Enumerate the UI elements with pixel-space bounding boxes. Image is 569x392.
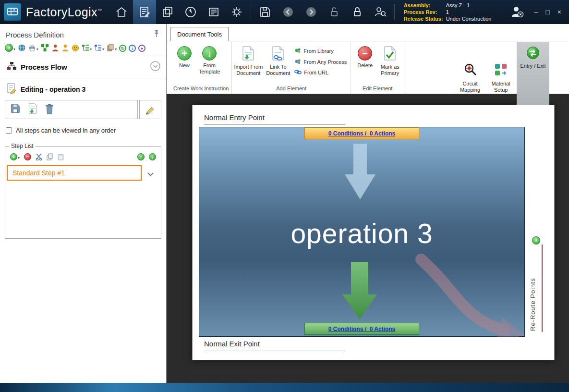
- view-any-order-checkbox[interactable]: [6, 127, 12, 134]
- titlebar-separator: [251, 4, 251, 20]
- logout-user-icon[interactable]: [506, 0, 529, 24]
- move-down-icon[interactable]: ↓: [149, 152, 156, 160]
- group-create-work-instruction: + New ↓ From Template Create Work Instru…: [170, 42, 232, 94]
- status-icon[interactable]: [72, 43, 79, 52]
- add-reroute-icon[interactable]: +: [532, 235, 540, 245]
- work-instruction-editor-icon[interactable]: [133, 0, 156, 24]
- forward-icon[interactable]: [300, 0, 323, 24]
- remove-step-icon[interactable]: −: [24, 152, 31, 160]
- view-any-order-label: All steps can be viewed in any order: [16, 127, 116, 134]
- delete-icon: −: [358, 46, 372, 61]
- ribbon-tabstrip: Document Tools: [167, 24, 569, 41]
- add-step-icon[interactable]: +▾: [10, 152, 20, 160]
- help-icon[interactable]: ●: [138, 43, 145, 52]
- bottom-window-strip: [0, 383, 569, 392]
- app-title: FactoryLogix™: [26, 5, 102, 19]
- circuit-mapping-icon: [463, 62, 477, 78]
- settings-gear-icon[interactable]: [225, 0, 248, 24]
- entry-flow-arrow: [345, 144, 375, 199]
- import-step-icon[interactable]: [27, 103, 38, 116]
- batch-records-icon[interactable]: [156, 0, 179, 24]
- step-item-expander[interactable]: [142, 171, 159, 175]
- print-icon[interactable]: ▾: [28, 43, 38, 52]
- documents-icon[interactable]: ▾: [107, 43, 117, 52]
- import-from-document-button[interactable]: Import From Document: [234, 42, 263, 76]
- exit-conditions-link[interactable]: 0 Conditions / 0 Actions: [304, 323, 419, 335]
- save-icon[interactable]: [254, 0, 277, 24]
- process-definition-panel: Process Definition +▾ ▾ ▾ ▾ ▾ ↻ i ● Proc…: [0, 24, 167, 383]
- edit-pencil-button[interactable]: [139, 100, 161, 119]
- minimize-button[interactable]: –: [534, 8, 538, 16]
- from-url-button[interactable]: From URL: [294, 69, 347, 76]
- close-button[interactable]: ×: [557, 8, 561, 16]
- history-icon[interactable]: ↻: [119, 43, 126, 52]
- step-item-standard-step-1[interactable]: Standard Step #1: [7, 165, 142, 181]
- maximize-button[interactable]: □: [545, 8, 549, 16]
- mark-as-primary-icon: [384, 46, 396, 62]
- reroute-flow-arrow: [421, 259, 504, 330]
- navigation-compass-icon[interactable]: [179, 0, 202, 24]
- step-list-title: Step List: [9, 143, 36, 149]
- group-label: Add Element: [234, 84, 349, 94]
- operator-icon[interactable]: [51, 43, 59, 52]
- tab-document-tools[interactable]: Document Tools: [170, 27, 229, 41]
- back-icon[interactable]: [277, 0, 300, 24]
- operation-node[interactable]: 0 Conditions / 0 Actions operation 3 0 C…: [199, 127, 525, 337]
- step-list: Step List +▾ − ↑ ↓ Standard Step #1: [5, 143, 161, 239]
- operation-title: operation 3: [199, 218, 524, 249]
- globe-icon[interactable]: [18, 43, 26, 52]
- from-url-icon: [294, 69, 302, 76]
- assembly-info: Assembly:Assy Z - 1 Process Rev:1 Releas…: [404, 2, 492, 22]
- new-button[interactable]: + New: [172, 42, 196, 69]
- entry-exit-button[interactable]: Entry / Exit: [517, 42, 549, 105]
- normal-exit-point-label: Normal Exit Point: [204, 340, 260, 348]
- window-controls: – □ ×: [534, 8, 561, 16]
- info-icon[interactable]: i: [129, 43, 136, 52]
- engineer-icon[interactable]: [61, 43, 69, 52]
- save-step-icon[interactable]: [10, 103, 21, 116]
- tree-import-icon[interactable]: ▾: [94, 43, 104, 52]
- from-any-process-icon: [294, 58, 301, 66]
- paste-icon[interactable]: [58, 152, 64, 160]
- cut-icon[interactable]: [36, 152, 42, 160]
- delete-step-icon[interactable]: [44, 103, 55, 116]
- circuit-mapping-button[interactable]: Circuit Mapping: [455, 62, 485, 93]
- assembly-value: Assy Z - 1: [446, 2, 470, 9]
- workflow-icon[interactable]: [41, 43, 49, 52]
- process-flow-icon: [7, 61, 16, 73]
- entry-underline: [204, 124, 345, 125]
- editing-doc-icon: [7, 83, 16, 95]
- document-canvas: Normal Entry Point 0 Conditions / 0 Acti…: [167, 94, 569, 383]
- normal-entry-point-label: Normal Entry Point: [204, 113, 265, 122]
- reroute-points-label: Re-Route Points: [529, 245, 536, 331]
- editing-row: Editing - operation 3: [0, 78, 166, 99]
- from-any-process-button[interactable]: From Any Process: [294, 58, 347, 66]
- factorylogix-logo-icon: [4, 3, 21, 21]
- move-up-icon[interactable]: ↑: [137, 152, 145, 160]
- entry-exit-icon: [526, 46, 540, 61]
- add-element-links: From Library From Any Process From URL: [293, 42, 349, 76]
- pin-icon[interactable]: [153, 30, 160, 39]
- copy-icon[interactable]: [47, 152, 53, 160]
- tree-export-icon[interactable]: ▾: [82, 43, 92, 52]
- material-setup-button[interactable]: Material Setup: [486, 62, 516, 93]
- titlebar: FactoryLogix™: [0, 0, 569, 24]
- from-template-icon: ↓: [202, 46, 217, 61]
- process-flow-expander[interactable]: [150, 61, 160, 73]
- process-flow-row: Process Flow: [0, 56, 166, 78]
- unlock-icon[interactable]: [323, 0, 346, 24]
- release-status-value: Under Construction: [446, 15, 492, 22]
- from-library-button[interactable]: From Library: [294, 47, 347, 55]
- exit-flow-arrow: [342, 262, 377, 319]
- group-add-element: Import From Document Link To Document Fr…: [232, 42, 351, 94]
- news-icon[interactable]: [202, 0, 225, 24]
- find-user-icon[interactable]: [369, 0, 392, 24]
- from-template-button[interactable]: ↓ From Template: [197, 42, 221, 75]
- link-to-document-button[interactable]: Link To Document: [264, 42, 292, 76]
- lock-icon[interactable]: [346, 0, 369, 24]
- mark-as-primary-button[interactable]: Mark as Primary: [378, 42, 402, 76]
- add-icon[interactable]: +▾: [5, 43, 15, 52]
- delete-button[interactable]: − Delete: [353, 42, 377, 69]
- home-icon[interactable]: [110, 0, 133, 24]
- entry-conditions-link[interactable]: 0 Conditions / 0 Actions: [304, 127, 419, 139]
